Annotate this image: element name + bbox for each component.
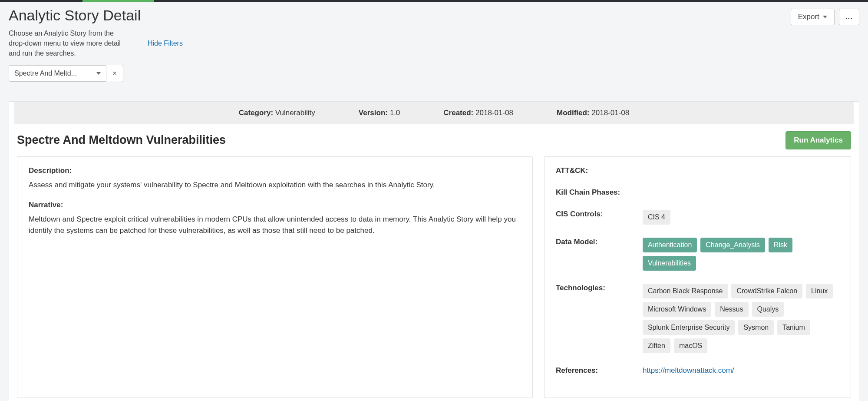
meta-created-label: Created:: [443, 109, 473, 117]
description-text: Assess and mitigate your systems' vulner…: [29, 179, 521, 191]
meta-created-value: 2018-01-08: [475, 109, 513, 117]
export-button[interactable]: Export: [791, 9, 835, 25]
narrative-text: Meltdown and Spectre exploit critical vu…: [29, 214, 521, 236]
tag-technology: Carbon Black Response: [643, 284, 728, 298]
data-model-tags: Authentication Change_Analysis Risk Vuln…: [643, 238, 839, 271]
export-label: Export: [798, 13, 819, 21]
meta-created: Created: 2018-01-08: [443, 109, 513, 117]
technologies-label: Technologies:: [556, 284, 643, 292]
data-model-label: Data Model:: [556, 238, 643, 246]
cis-controls-label: CIS Controls:: [556, 210, 643, 219]
reference-link[interactable]: https://meltdownattack.com/: [643, 366, 734, 375]
run-analytics-button[interactable]: Run Analytics: [785, 131, 851, 149]
meta-category-value: Vulnerability: [275, 109, 315, 117]
story-select-value: Spectre And Meltd...: [14, 70, 77, 77]
meta-modified: Modified: 2018-01-08: [557, 109, 629, 117]
description-label: Description:: [29, 166, 521, 175]
kill-chain-label: Kill Chain Phases:: [556, 188, 643, 197]
tag-data-model[interactable]: Vulnerabilities: [643, 256, 696, 271]
story-title: Spectre And Meltdown Vulnerabilities: [17, 133, 226, 147]
meta-modified-value: 2018-01-08: [591, 109, 629, 117]
meta-version-label: Version:: [359, 109, 388, 117]
more-actions-button[interactable]: ...: [839, 9, 859, 25]
page-subtitle: Choose an Analytic Story from the drop-d…: [9, 28, 130, 59]
tag-technology: macOS: [674, 338, 707, 353]
close-icon: ×: [112, 69, 117, 78]
story-select-dropdown[interactable]: Spectre And Meltd...: [9, 65, 106, 82]
content-panel: Category: Vulnerability Version: 1.0 Cre…: [9, 101, 859, 401]
meta-category-label: Category:: [239, 109, 273, 117]
meta-modified-label: Modified:: [557, 109, 590, 117]
meta-version-value: 1.0: [390, 109, 400, 117]
clear-filter-button[interactable]: ×: [106, 65, 123, 82]
detail-right-panel: ATT&CK: Kill Chain Phases: CIS Controls:…: [544, 156, 851, 398]
tag-technology: Splunk Enterprise Security: [643, 320, 735, 335]
tag-cis: CIS 4: [643, 210, 670, 225]
attck-label: ATT&CK:: [556, 166, 643, 175]
meta-version: Version: 1.0: [359, 109, 400, 117]
top-nav-accent: [83, 0, 154, 2]
tag-technology: Linux: [806, 284, 833, 298]
narrative-label: Narrative:: [29, 201, 521, 209]
tag-data-model[interactable]: Change_Analysis: [700, 238, 765, 252]
technology-tags: Carbon Black Response CrowdStrike Falcon…: [643, 284, 839, 353]
tag-technology: Microsoft Windows: [643, 302, 711, 317]
caret-down-icon: [823, 16, 827, 18]
meta-bar: Category: Vulnerability Version: 1.0 Cre…: [14, 102, 854, 124]
tag-technology: Tanium: [777, 320, 810, 335]
tag-technology: Ziften: [643, 338, 670, 353]
tag-technology: CrowdStrike Falcon: [731, 284, 802, 298]
meta-category: Category: Vulnerability: [239, 109, 315, 117]
references-label: References:: [556, 366, 643, 375]
tag-technology: Sysmon: [738, 320, 774, 335]
detail-left-panel: Description: Assess and mitigate your sy…: [17, 156, 533, 398]
hide-filters-link[interactable]: Hide Filters: [148, 40, 183, 47]
tag-data-model[interactable]: Authentication: [643, 238, 697, 252]
caret-down-icon: [96, 72, 101, 75]
cis-tags: CIS 4: [643, 210, 670, 225]
tag-technology: Nessus: [715, 302, 748, 317]
tag-data-model[interactable]: Risk: [769, 238, 792, 252]
page-title: Analytic Story Detail: [9, 7, 183, 24]
tag-technology: Qualys: [752, 302, 784, 317]
